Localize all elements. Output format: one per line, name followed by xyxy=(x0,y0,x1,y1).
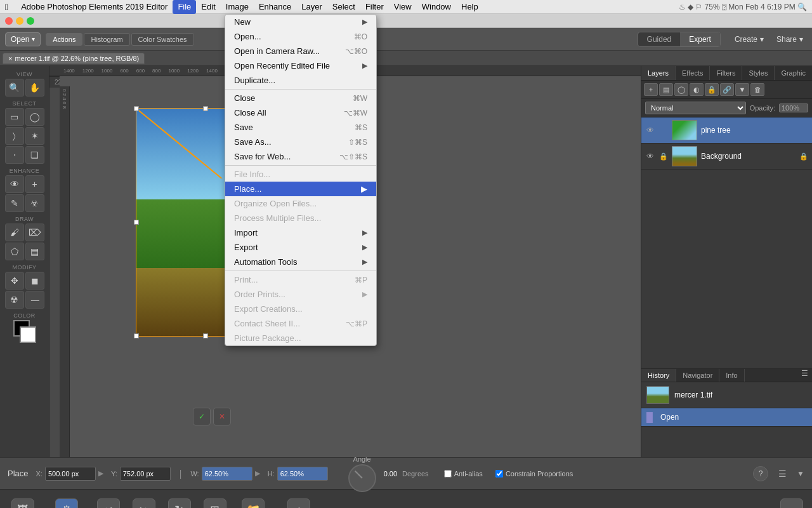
add-mask-button[interactable]: ◯ xyxy=(674,83,688,96)
create-button[interactable]: Create ▾ xyxy=(731,34,768,45)
delete-layer-button[interactable]: 🗑 xyxy=(750,83,764,96)
menu-item-new[interactable]: New ▶ xyxy=(225,15,376,29)
menubar-window[interactable]: Window xyxy=(417,0,456,14)
paint-brush-tool[interactable]: 🖌 xyxy=(5,224,24,241)
guided-mode-button[interactable]: Guided xyxy=(638,32,681,46)
home-screen-button[interactable]: ⌂ Home Screen xyxy=(276,496,322,508)
x-input[interactable] xyxy=(45,467,96,481)
hand-tool[interactable]: ✋ xyxy=(25,79,44,97)
cancel-transform-button[interactable]: ✕ xyxy=(213,408,231,425)
eye-dropper-tool[interactable]: 👁 xyxy=(5,175,24,193)
w-input[interactable] xyxy=(202,467,252,481)
menubar-edit[interactable]: Edit xyxy=(196,0,220,14)
menu-item-automation-tools[interactable]: Automation Tools ▶ xyxy=(225,255,376,269)
blend-mode-select[interactable]: Normal xyxy=(645,102,746,114)
eraser-tool[interactable]: ⌦ xyxy=(25,224,44,241)
tool-options-button[interactable]: ⚙ Tool Options xyxy=(45,496,88,508)
undo-button[interactable]: ↩ Undo xyxy=(93,496,124,508)
layer-item-pine-tree[interactable]: 👁 pine tree xyxy=(641,117,812,144)
menubar-select[interactable]: Select xyxy=(327,0,360,14)
history-panel-options[interactable]: ☰ xyxy=(797,369,812,382)
transform-tool[interactable]: ◼ xyxy=(25,272,44,290)
quick-selection-tool[interactable]: ⬝ xyxy=(5,146,24,164)
warp-tool[interactable]: ☢ xyxy=(5,291,24,309)
menu-item-save-for-web[interactable]: Save for Web... ⌥⇧⌘S xyxy=(225,149,376,164)
menu-item-file-info[interactable]: File Info... xyxy=(225,167,376,182)
magic-wand-tool[interactable]: ✶ xyxy=(25,127,44,145)
expand-icon[interactable]: ▼ xyxy=(797,469,804,478)
menu-item-print[interactable]: Print... ⌘P xyxy=(225,272,376,287)
clone-stamp-tool[interactable]: ☣ xyxy=(25,194,44,212)
paint-bucket-tool[interactable]: ⬠ xyxy=(5,243,24,260)
menubar-help[interactable]: Help xyxy=(456,0,483,14)
tab-styles[interactable]: Styles xyxy=(742,66,775,80)
merge-visible-button[interactable]: ▼ xyxy=(735,83,749,96)
menu-item-contact-sheet[interactable]: Contact Sheet II... ⌥⌘P xyxy=(225,316,376,331)
menu-item-export[interactable]: Export ▶ xyxy=(225,240,376,255)
menu-item-picture-package[interactable]: Picture Package... xyxy=(225,331,376,345)
h-input[interactable] xyxy=(277,467,328,481)
blur-tool[interactable]: ⸻ xyxy=(25,291,44,309)
tab-graphic[interactable]: Graphic xyxy=(775,66,812,80)
tab-histogram[interactable]: Histogram xyxy=(84,33,129,46)
history-options-icon[interactable]: ☰ xyxy=(797,366,812,380)
tab-effects[interactable]: Effects xyxy=(676,66,710,80)
new-layer-button[interactable]: + xyxy=(644,83,658,96)
brush-tool[interactable]: ✎ xyxy=(5,194,24,212)
doc-tab[interactable]: × mercer 1.tif @ 22.6% (pine tree, RGB/8… xyxy=(3,53,145,64)
share-button[interactable]: Share ▾ xyxy=(773,34,807,45)
tab-navigator[interactable]: Navigator xyxy=(676,369,719,382)
zoom-tool[interactable]: 🔍 xyxy=(5,79,24,97)
menu-item-save[interactable]: Save ⌘S xyxy=(225,120,376,135)
opacity-input[interactable] xyxy=(779,104,808,112)
layer-visibility-eye[interactable]: 👁 xyxy=(645,152,655,161)
doc-tab-close[interactable]: × xyxy=(8,55,12,62)
redo-button[interactable]: ↪ Redo xyxy=(129,496,159,508)
help-button[interactable]: ? xyxy=(753,466,768,481)
menubar-view[interactable]: View xyxy=(389,0,417,14)
menu-item-open[interactable]: Open... ⌘O xyxy=(225,29,376,44)
open-dropdown-arrow[interactable]: ▾ xyxy=(32,36,35,43)
rectangular-marquee-tool[interactable]: ▭ xyxy=(5,108,24,126)
confirm-transform-button[interactable]: ✓ xyxy=(193,408,211,425)
menu-item-open-recently-edited[interactable]: Open Recently Edited File ▶ xyxy=(225,58,376,73)
photo-bin-button[interactable]: 🖼 Photo Bin xyxy=(5,496,40,508)
rotate-button[interactable]: ↻ Rotate xyxy=(164,496,195,508)
new-group-button[interactable]: ▤ xyxy=(659,83,673,96)
menu-item-export-creations[interactable]: Export Creations... xyxy=(225,302,376,316)
elliptical-marquee-tool[interactable]: ◯ xyxy=(25,108,44,126)
menubar-filter[interactable]: Filter xyxy=(360,0,389,14)
close-window-button[interactable] xyxy=(5,17,13,25)
menubar-enhance[interactable]: Enhance xyxy=(254,0,296,14)
menu-item-order-prints[interactable]: Order Prints... ▶ xyxy=(225,287,376,302)
link-layers-button[interactable]: 🔗 xyxy=(720,83,734,96)
tab-filters[interactable]: Filters xyxy=(710,66,742,80)
menu-item-process-multiple[interactable]: Process Multiple Files... xyxy=(225,211,376,225)
menu-item-import[interactable]: Import ▶ xyxy=(225,225,376,240)
spot-healing-tool[interactable]: + xyxy=(25,175,44,193)
layout-button[interactable]: ⊞ Layout xyxy=(200,496,230,508)
antialias-checkbox[interactable] xyxy=(444,470,452,478)
tab-history[interactable]: History xyxy=(641,369,676,382)
layer-visibility-eye[interactable]: 👁 xyxy=(645,126,655,135)
menu-item-save-as[interactable]: Save As... ⇧⌘S xyxy=(225,135,376,149)
lasso-tool[interactable]: 〉 xyxy=(5,127,24,145)
more-button[interactable]: ⋯ More xyxy=(776,496,807,508)
history-item-open[interactable]: █ Open xyxy=(641,408,812,427)
angle-dial[interactable] xyxy=(348,464,376,492)
options-menu-icon[interactable]: ☰ xyxy=(778,469,787,479)
tab-actions[interactable]: Actions xyxy=(46,33,82,46)
menu-item-close-all[interactable]: Close All ⌥⌘W xyxy=(225,105,376,120)
menubar-file[interactable]: File xyxy=(173,0,196,14)
tab-color-swatches[interactable]: Color Swatches xyxy=(131,33,194,46)
menu-item-place[interactable]: Place... ▶ xyxy=(225,182,376,196)
minimize-window-button[interactable] xyxy=(16,17,23,25)
tab-layers[interactable]: Layers xyxy=(641,66,676,80)
menubar-image[interactable]: Image xyxy=(221,0,254,14)
apple-icon[interactable]:  xyxy=(5,2,8,12)
layer-item-background[interactable]: 👁 🔒 Background 🔒 xyxy=(641,144,812,170)
gradient-tool[interactable]: ▤ xyxy=(25,243,44,260)
menu-item-duplicate[interactable]: Duplicate... xyxy=(225,73,376,88)
history-item-file[interactable]: mercer 1.tif xyxy=(641,382,812,408)
menu-item-organize-open-files[interactable]: Organize Open Files... xyxy=(225,196,376,211)
